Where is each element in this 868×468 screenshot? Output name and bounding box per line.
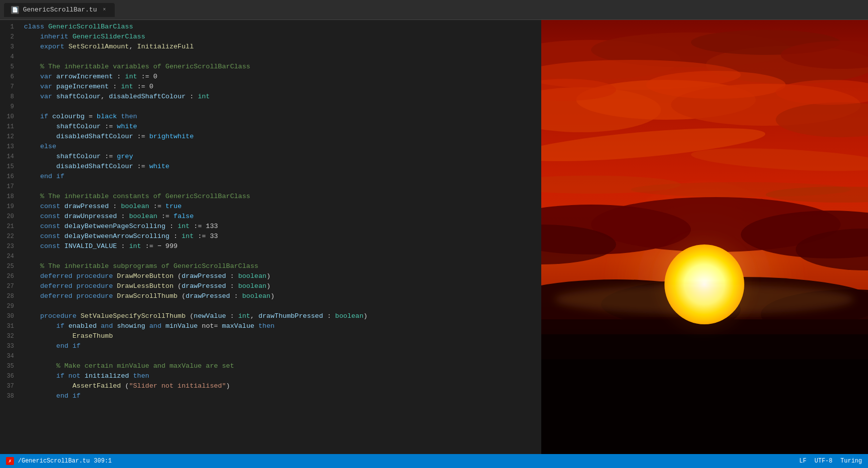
line-number: 1 [0,22,20,32]
main-content: 1class GenericScrollBarClass2 inherit Ge… [0,20,868,454]
line-number: 16 [0,172,20,182]
line-number: 14 [0,152,20,162]
code-line: 38 end if [0,391,541,401]
line-number: 21 [0,222,20,232]
code-line: 27 deferred procedure DrawLessButton (dr… [0,281,541,291]
line-number: 2 [0,32,20,42]
line-content: deferred procedure DrawScrollThumb (draw… [20,291,541,301]
code-line: 1class GenericScrollBarClass [0,22,541,32]
code-line: 13 else [0,142,541,152]
line-number: 35 [0,362,20,371]
line-content: EraseThumb [20,331,541,341]
line-number: 29 [0,302,20,311]
line-number: 10 [0,112,20,122]
line-number: 31 [0,322,20,331]
line-content: if colourbg = black then [20,112,541,121]
code-line: 6 var arrowIncrement : int := 0 [0,72,541,82]
line-number: 24 [0,252,20,261]
line-content: var shaftColour, disabledShaftColour : i… [20,92,541,101]
line-content: AssertFailed ("Slider not initialised") [20,381,541,391]
line-number: 34 [0,352,20,361]
line-number: 4 [0,52,20,62]
line-content: disabledShaftColour := brightwhite [20,132,541,141]
sunset-svg [541,20,868,454]
line-number: 27 [0,282,20,291]
line-content [20,301,541,311]
status-left: ✗ /GenericScrollBar.tu 309:1 [6,457,791,465]
line-content: end if [20,341,541,351]
code-line: 7 var pageIncrement : int := 0 [0,82,541,92]
line-content: deferred procedure DrawLessButton (drawP… [20,281,541,291]
line-content: shaftColour := white [20,122,541,131]
line-number: 37 [0,382,20,391]
line-number: 22 [0,232,20,241]
line-content: const delayBetweenArrowScrolling : int :… [20,232,541,241]
line-number: 9 [0,102,20,112]
line-content: class GenericScrollBarClass [20,22,541,31]
code-line: 9 [0,102,541,112]
line-number: 6 [0,72,20,82]
code-line: 33 end if [0,341,541,351]
line-content: if not initialized then [20,371,541,381]
status-filepath: /GenericScrollBar.tu [18,458,90,465]
line-number: 38 [0,392,20,401]
line-number: 30 [0,312,20,321]
line-number: 5 [0,62,20,72]
status-error-icon: ✗ [6,457,14,465]
code-line: 24 [0,251,541,261]
code-line: 32 EraseThumb [0,331,541,341]
line-content: disabledShaftColour := white [20,162,541,171]
line-number: 20 [0,212,20,222]
code-line: 19 const drawPressed : boolean := true [0,202,541,212]
line-number: 32 [0,332,20,341]
line-content: const drawPressed : boolean := true [20,202,541,211]
code-editor[interactable]: 1class GenericScrollBarClass2 inherit Ge… [0,20,541,454]
line-content: else [20,142,541,151]
code-line: 35 % Make certain minValue and maxValue … [0,361,541,371]
code-line: 28 deferred procedure DrawScrollThumb (d… [0,291,541,301]
line-content [20,351,541,361]
line-number: 19 [0,202,20,212]
line-content: const drawUnpressed : boolean := false [20,212,541,221]
code-lines: 1class GenericScrollBarClass2 inherit Ge… [0,20,541,403]
line-content: const delayBetweenPageScrolling : int :=… [20,222,541,231]
line-number: 36 [0,372,20,381]
line-number: 18 [0,192,20,202]
editor-tab[interactable]: 📄 GenericScrollBar.tu × [4,3,115,17]
line-number: 28 [0,292,20,301]
tab-close-button[interactable]: × [101,6,108,13]
code-line: 3 export SetScrollAmount, InitializeFull [0,42,541,52]
sunset-image-panel [541,20,868,454]
code-line: 14 shaftColour := grey [0,152,541,162]
code-line: 23 const INVALID_VALUE : int := − 999 [0,241,541,251]
code-line: 30 procedure SetValueSpecifyScrollThumb … [0,311,541,321]
code-line: 31 if enabled and showing and minValue n… [0,321,541,331]
line-number: 33 [0,342,20,351]
code-line: 12 disabledShaftColour := brightwhite [0,132,541,142]
line-number: 17 [0,182,20,192]
line-content: deferred procedure DrawMoreButton (drawP… [20,271,541,281]
code-line: 26 deferred procedure DrawMoreButton (dr… [0,271,541,281]
code-line: 21 const delayBetweenPageScrolling : int… [0,222,541,232]
line-content [20,251,541,261]
line-content: export SetScrollAmount, InitializeFull [20,42,541,51]
line-content: var arrowIncrement : int := 0 [20,72,541,81]
line-number: 12 [0,132,20,142]
svg-point-26 [555,284,854,314]
line-content: inherit GenericSliderClass [20,32,541,41]
tab-label: GenericScrollBar.tu [23,6,97,13]
svg-point-31 [646,71,786,99]
line-number: 13 [0,142,20,152]
file-icon: 📄 [11,6,19,14]
code-line: 17 [0,182,541,192]
status-encoding: UTF-8 [815,458,833,465]
code-line: 25 % The inheritable subprograms of Gene… [0,261,541,271]
line-number: 23 [0,242,20,251]
line-number: 3 [0,42,20,52]
code-line: 10 if colourbg = black then [0,112,541,122]
line-content: const INVALID_VALUE : int := − 999 [20,241,541,251]
code-line: 34 [0,351,541,361]
line-number: 15 [0,162,20,172]
line-number: 11 [0,122,20,132]
code-line: 16 end if [0,172,541,182]
